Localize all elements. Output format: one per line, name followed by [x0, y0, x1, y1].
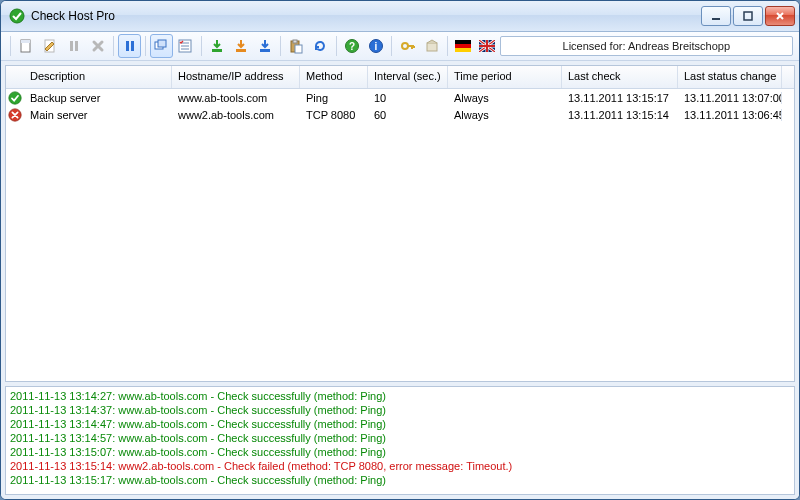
log-output[interactable]: 2011-11-13 13:14:27: www.ab-tools.com - … — [6, 387, 794, 494]
cell-lastcheck: 13.11.2011 13:15:14 — [562, 109, 678, 121]
svg-text:?: ? — [349, 41, 355, 52]
col-lastchange[interactable]: Last status change — [678, 66, 782, 88]
svg-point-23 — [402, 43, 408, 49]
cell-hostname: www.ab-tools.com — [172, 92, 300, 104]
svg-rect-15 — [260, 49, 270, 52]
col-method[interactable]: Method — [300, 66, 368, 88]
delete-button[interactable] — [86, 34, 109, 58]
new-document-button[interactable] — [15, 34, 38, 58]
grid-body[interactable]: Backup serverwww.ab-tools.comPing10Alway… — [6, 89, 794, 381]
maximize-button[interactable] — [733, 6, 763, 26]
svg-rect-27 — [455, 48, 471, 52]
svg-rect-14 — [236, 49, 246, 52]
grid-header: Description Hostname/IP address Method I… — [6, 66, 794, 89]
paste-button[interactable] — [285, 34, 308, 58]
status-ok-icon — [6, 91, 24, 105]
import-blue-button[interactable] — [253, 34, 276, 58]
log-line: 2011-11-13 13:15:07: www.ab-tools.com - … — [10, 445, 790, 459]
cell-lastchange: 13.11.2011 13:07:00 — [678, 92, 782, 104]
windows-button[interactable] — [150, 34, 173, 58]
svg-rect-6 — [70, 41, 73, 51]
flag-gb-button[interactable] — [476, 34, 499, 58]
cell-method: Ping — [300, 92, 368, 104]
cell-lastcheck: 13.11.2011 13:15:17 — [562, 92, 678, 104]
svg-rect-18 — [295, 45, 302, 53]
log-line: 2011-11-13 13:14:37: www.ab-tools.com - … — [10, 403, 790, 417]
svg-rect-7 — [75, 41, 78, 51]
pause-gray-button[interactable] — [63, 34, 86, 58]
info-button[interactable]: i — [364, 34, 387, 58]
cell-interval: 10 — [368, 92, 448, 104]
cell-period: Always — [448, 109, 562, 121]
log-line: 2011-11-13 13:15:14: www2.ab-tools.com -… — [10, 459, 790, 473]
app-icon — [9, 8, 25, 24]
svg-rect-9 — [131, 41, 134, 51]
checklist-button[interactable] — [174, 34, 197, 58]
log-line: 2011-11-13 13:15:17: www.ab-tools.com - … — [10, 473, 790, 487]
status-error-icon — [6, 108, 24, 122]
import-green-button[interactable] — [206, 34, 229, 58]
edit-document-button[interactable] — [39, 34, 62, 58]
svg-rect-24 — [427, 43, 437, 51]
svg-rect-4 — [21, 40, 30, 43]
help-button[interactable]: ? — [341, 34, 364, 58]
col-period[interactable]: Time period — [448, 66, 562, 88]
table-row[interactable]: Backup serverwww.ab-tools.comPing10Alway… — [6, 89, 794, 106]
col-lastcheck[interactable]: Last check — [562, 66, 678, 88]
svg-rect-32 — [479, 45, 495, 47]
window-title: Check Host Pro — [31, 9, 115, 23]
content-area: Description Hostname/IP address Method I… — [1, 61, 799, 499]
svg-rect-1 — [712, 18, 720, 20]
title-bar: Check Host Pro — [1, 1, 799, 32]
pause-blue-button[interactable] — [118, 34, 141, 58]
cell-method: TCP 8080 — [300, 109, 368, 121]
table-row[interactable]: Main serverwww2.ab-tools.comTCP 808060Al… — [6, 106, 794, 123]
refresh-button[interactable] — [309, 34, 332, 58]
package-button[interactable] — [420, 34, 443, 58]
main-toolbar: ? i Licensed for: Andreas Breitschopp — [1, 32, 799, 61]
svg-rect-25 — [455, 40, 471, 44]
app-window: Check Host Pro — [0, 0, 800, 500]
col-interval[interactable]: Interval (sec.) — [368, 66, 448, 88]
svg-text:i: i — [375, 41, 378, 52]
svg-point-33 — [9, 91, 21, 103]
col-status-icon[interactable] — [6, 66, 24, 88]
svg-rect-26 — [455, 44, 471, 48]
key-button[interactable] — [396, 34, 419, 58]
svg-rect-17 — [293, 40, 297, 43]
log-line: 2011-11-13 13:14:27: www.ab-tools.com - … — [10, 389, 790, 403]
close-button[interactable] — [765, 6, 795, 26]
col-description[interactable]: Description — [24, 66, 172, 88]
import-orange-button[interactable] — [229, 34, 252, 58]
svg-rect-8 — [126, 41, 129, 51]
cell-period: Always — [448, 92, 562, 104]
log-line: 2011-11-13 13:14:57: www.ab-tools.com - … — [10, 431, 790, 445]
svg-point-0 — [10, 9, 24, 23]
log-line: 2011-11-13 13:14:47: www.ab-tools.com - … — [10, 417, 790, 431]
window-controls — [701, 6, 795, 26]
license-text: Licensed for: Andreas Breitschopp — [563, 40, 731, 52]
svg-rect-11 — [158, 40, 166, 47]
cell-interval: 60 — [368, 109, 448, 121]
flag-de-button[interactable] — [452, 34, 475, 58]
col-hostname[interactable]: Hostname/IP address — [172, 66, 300, 88]
svg-rect-2 — [744, 12, 752, 20]
cell-lastchange: 13.11.2011 13:06:45 — [678, 109, 782, 121]
minimize-button[interactable] — [701, 6, 731, 26]
svg-rect-13 — [212, 49, 222, 52]
log-panel: 2011-11-13 13:14:27: www.ab-tools.com - … — [5, 386, 795, 495]
hosts-panel: Description Hostname/IP address Method I… — [5, 65, 795, 382]
license-label: Licensed for: Andreas Breitschopp — [500, 36, 794, 56]
cell-description: Backup server — [24, 92, 172, 104]
cell-description: Main server — [24, 109, 172, 121]
cell-hostname: www2.ab-tools.com — [172, 109, 300, 121]
